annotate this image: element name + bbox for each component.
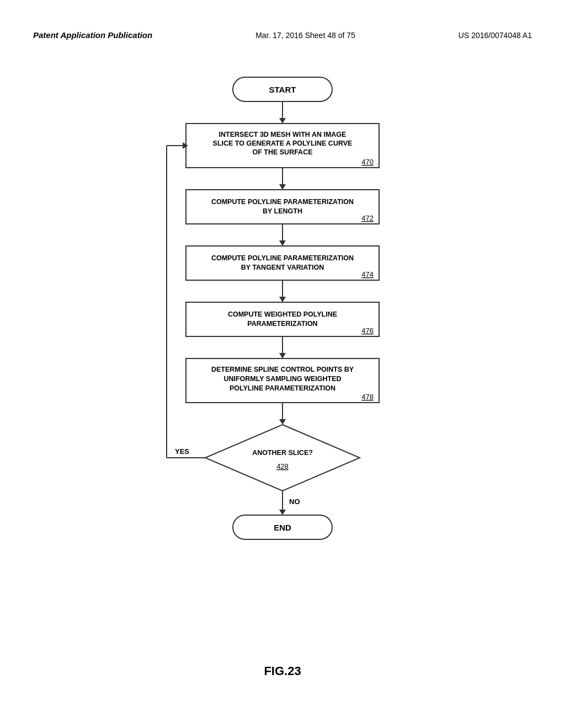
no-label: NO (289, 497, 300, 506)
header: Patent Application Publication Mar. 17, … (33, 30, 532, 40)
process-476-line2: PARAMETERIZATION (247, 320, 317, 328)
decision-428-line1: ANOTHER SLICE? (252, 449, 313, 457)
ref-428: 428 (276, 462, 289, 470)
svg-marker-8 (279, 240, 286, 246)
svg-marker-14 (279, 353, 286, 358)
ref-476: 476 (361, 326, 374, 335)
process-472-line1: COMPUTE POLYLINE PARAMETERIZATION (211, 198, 354, 206)
sheet-info: Mar. 17, 2016 Sheet 48 of 75 (255, 31, 355, 40)
process-470-line3: OF THE SURFACE (252, 148, 312, 156)
yes-label: YES (175, 447, 189, 456)
ref-472: 472 (361, 214, 374, 222)
figure-caption: FIG.23 (264, 664, 301, 678)
ref-478: 478 (361, 393, 374, 401)
svg-rect-12 (186, 302, 379, 336)
svg-marker-17 (279, 419, 286, 425)
process-476-line1: COMPUTE WEIGHTED POLYLINE (228, 311, 337, 318)
process-474-line2: BY TANGENT VARIATION (241, 264, 324, 271)
publication-label: Patent Application Publication (33, 30, 152, 40)
svg-marker-5 (279, 184, 286, 190)
process-470-line1: INTERSECT 3D MESH WITH AN IMAGE (219, 131, 347, 138)
ref-474: 474 (361, 270, 374, 279)
patent-number: US 2016/0074048 A1 (459, 31, 532, 40)
svg-rect-9 (186, 246, 379, 280)
svg-marker-2 (279, 118, 286, 124)
svg-marker-20 (279, 510, 286, 515)
ref-470: 470 (361, 158, 374, 166)
process-472-line2: BY LENGTH (263, 207, 302, 215)
process-478-line3: POLYLINE PARAMETERIZATION (230, 384, 335, 392)
page: Patent Application Publication Mar. 17, … (0, 0, 565, 728)
start-label: START (269, 85, 296, 94)
svg-marker-11 (279, 297, 286, 302)
end-label: END (274, 523, 291, 532)
process-478-line2: UNIFORMLY SAMPLING WEIGHTED (223, 375, 341, 383)
process-478-line1: DETERMINE SPLINE CONTROL POINTS BY (211, 366, 354, 373)
process-474-line1: COMPUTE POLYLINE PARAMETERIZATION (211, 254, 354, 262)
process-470-line2: SLICE TO GENERATE A POLYLINE CURVE (213, 140, 353, 147)
svg-marker-18 (205, 425, 360, 491)
flowchart: START INTERSECT 3D MESH WITH AN IMAGE SL… (145, 72, 420, 667)
svg-rect-6 (186, 190, 379, 224)
